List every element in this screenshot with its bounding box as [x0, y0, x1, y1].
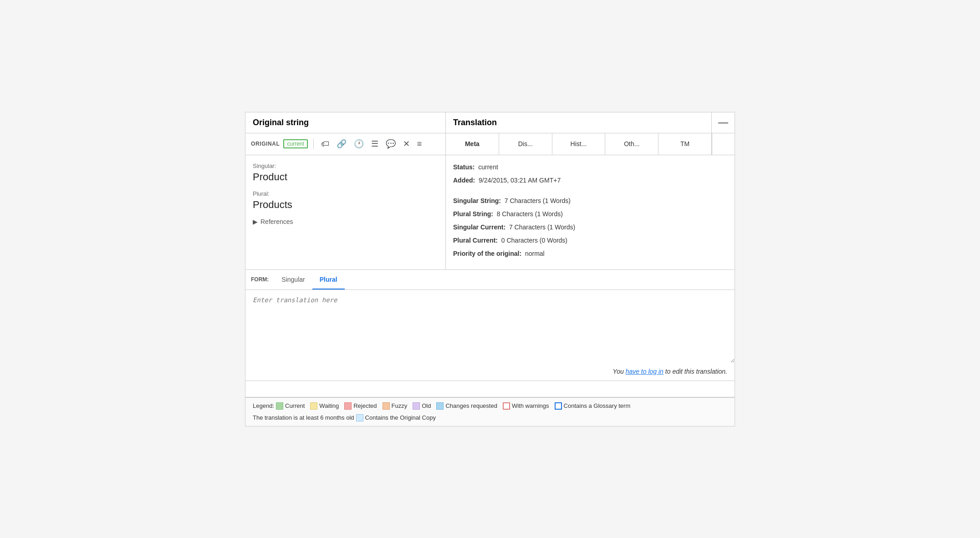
tab-oth[interactable]: Oth...: [605, 133, 658, 155]
legend-item-rejected: Rejected: [344, 402, 377, 410]
status-value: current: [478, 163, 498, 171]
tab-hist[interactable]: Hist...: [552, 133, 606, 155]
legend-label-current: Current: [285, 402, 305, 409]
tag-icon[interactable]: 🏷: [319, 137, 331, 151]
login-notice: You have to log in to edit this translat…: [245, 364, 735, 381]
meta-panel: Status: current Added: 9/24/2015, 03:21 …: [446, 155, 735, 269]
original-string-title: Original string: [245, 112, 446, 133]
legend-label-fuzzy: Fuzzy: [392, 402, 408, 409]
legend-row: Legend: Current Waiting Rejected Fuzzy O…: [245, 397, 735, 414]
singular-current-label: Singular Current:: [453, 223, 505, 231]
legend-box-rejected: [344, 402, 352, 410]
legend-label-waiting: Waiting: [319, 402, 339, 409]
link-icon[interactable]: 🔗: [335, 137, 348, 151]
minimize-button[interactable]: —: [712, 112, 735, 133]
legend-box-original-copy: [356, 414, 363, 421]
priority-label: Priority of the original:: [453, 250, 521, 257]
form-tab-plural[interactable]: Plural: [312, 270, 345, 289]
login-post-text: to edit this translation.: [664, 368, 727, 375]
meta-tabs-bar: Meta Dis... Hist... Oth... TM: [446, 133, 712, 155]
singular-string-label: Singular String:: [453, 197, 501, 204]
legend-second-pre: The translation is at least 6 months old: [253, 414, 354, 421]
legend-label-glossary: Contains a Glossary term: [564, 402, 631, 409]
comment-icon[interactable]: 💬: [384, 137, 398, 151]
legend-label-changes: Changes requested: [445, 402, 497, 409]
legend-label-original-copy: Contains the Original Copy: [365, 414, 436, 421]
login-link[interactable]: have to log in: [626, 368, 664, 375]
translation-textarea[interactable]: [245, 290, 735, 363]
tab-meta[interactable]: Meta: [446, 133, 499, 155]
references-toggle[interactable]: ▶ References: [253, 218, 438, 225]
legend-box-warnings: [503, 402, 510, 410]
plural-value: Products: [253, 199, 438, 211]
legend-box-current: [276, 402, 283, 410]
plural-current-label: Plural Current:: [453, 237, 498, 244]
legend-item-fuzzy: Fuzzy: [383, 402, 408, 410]
meta-tabs: Meta Dis... Hist... Oth... TM: [446, 133, 711, 155]
legend-item-current: Current: [276, 402, 305, 410]
legend-second-line: The translation is at least 6 months old…: [245, 414, 735, 426]
menu-icon[interactable]: ≡: [415, 137, 424, 151]
plural-string-line: Plural String: 8 Characters (1 Words): [453, 209, 727, 219]
added-value: 9/24/2015, 03:21 AM GMT+7: [479, 177, 561, 184]
history-icon[interactable]: 🕐: [352, 137, 366, 151]
plural-string-label: Plural String:: [453, 210, 493, 218]
original-label: ORIGINAL: [251, 141, 280, 147]
content-row: Singular: Product Plural: Products ▶ Ref…: [245, 155, 735, 270]
header-row: Original string Translation —: [245, 112, 735, 133]
singular-label: Singular:: [253, 162, 438, 169]
list-icon[interactable]: ☰: [369, 137, 380, 151]
added-label: Added:: [453, 177, 475, 184]
action-bar: [245, 381, 735, 397]
translation-area-wrapper: You have to log in to edit this translat…: [245, 290, 735, 381]
status-label: Status:: [453, 163, 475, 171]
toolbar-right-empty: [712, 133, 735, 155]
plural-current-value: 0 Characters (0 Words): [501, 237, 567, 244]
legend-box-glossary: [555, 402, 562, 410]
plural-current-line: Plural Current: 0 Characters (0 Words): [453, 236, 727, 245]
singular-current-line: Singular Current: 7 Characters (1 Words): [453, 223, 727, 232]
legend-box-fuzzy: [383, 402, 390, 410]
legend-box-old: [413, 402, 420, 410]
original-panel: Singular: Product Plural: Products ▶ Ref…: [245, 155, 446, 269]
legend-label-rejected: Rejected: [353, 402, 377, 409]
main-container: Original string Translation — ORIGINAL c…: [245, 112, 735, 426]
tab-dis[interactable]: Dis...: [499, 133, 552, 155]
legend-label: Legend:: [253, 402, 274, 409]
priority-value: normal: [525, 250, 545, 257]
tab-tm[interactable]: TM: [658, 133, 711, 155]
added-line: Added: 9/24/2015, 03:21 AM GMT+7: [453, 176, 727, 185]
close-icon[interactable]: ✕: [401, 137, 412, 151]
form-row: FORM: Singular Plural You have to log in…: [245, 270, 735, 397]
form-tabs-bar: FORM: Singular Plural: [245, 270, 735, 290]
legend-item-waiting: Waiting: [310, 402, 339, 410]
translation-title: Translation: [446, 112, 712, 133]
singular-string-value: 7 Characters (1 Words): [505, 197, 571, 204]
plural-label: Plural:: [253, 190, 438, 197]
legend-item-warnings: With warnings: [503, 402, 549, 410]
current-badge: current: [283, 139, 307, 148]
legend-box-waiting: [310, 402, 317, 410]
toolbar-left: ORIGINAL current 🏷 🔗 🕐 ☰ 💬 ✕ ≡: [245, 133, 446, 155]
status-line: Status: current: [453, 162, 727, 172]
legend-box-changes: [436, 402, 444, 410]
form-tab-singular[interactable]: Singular: [274, 270, 312, 289]
legend-item-glossary: Contains a Glossary term: [555, 402, 631, 410]
chevron-right-icon: ▶: [253, 218, 258, 225]
singular-value: Product: [253, 171, 438, 183]
legend-item-old: Old: [413, 402, 431, 410]
priority-line: Priority of the original: normal: [453, 249, 727, 259]
references-label: References: [260, 218, 293, 225]
toolbar-divider: [313, 138, 314, 149]
form-label: FORM:: [251, 276, 269, 283]
legend-item-changes: Changes requested: [436, 402, 497, 410]
plural-string-value: 8 Characters (1 Words): [497, 210, 563, 218]
singular-current-value: 7 Characters (1 Words): [509, 223, 575, 231]
legend-label-warnings: With warnings: [512, 402, 549, 409]
legend-label-old: Old: [422, 402, 431, 409]
toolbar-row: ORIGINAL current 🏷 🔗 🕐 ☰ 💬 ✕ ≡ Meta Dis.…: [245, 133, 735, 155]
login-pre-text: You: [613, 368, 626, 375]
singular-string-line: Singular String: 7 Characters (1 Words): [453, 196, 727, 206]
